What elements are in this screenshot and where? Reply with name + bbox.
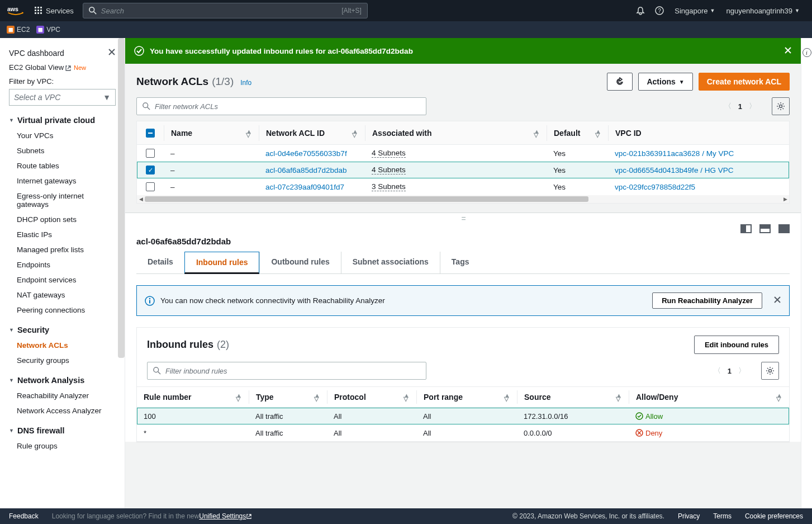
rcol-src[interactable]: Source▲▽ — [517, 390, 629, 404]
rcol-num[interactable]: Rule number▲▽ — [137, 390, 249, 404]
grid-icon — [35, 7, 42, 15]
help-button[interactable]: ? — [650, 6, 669, 15]
region-selector[interactable]: Singapore▼ — [669, 7, 720, 15]
run-reachability-button[interactable]: Run Reachability Analyzer — [652, 292, 762, 309]
sub-nav-vpc[interactable]: ▦VPC — [36, 26, 60, 34]
sidebar-section-na[interactable]: Network Analysis — [9, 376, 116, 385]
services-menu[interactable]: Services — [35, 7, 74, 15]
sub-nav-ec2[interactable]: ▦EC2 — [7, 26, 30, 34]
view-mode-3[interactable] — [778, 224, 790, 233]
col-name[interactable]: Name▲▽ — [164, 125, 259, 141]
sidebar-nat[interactable]: NAT gateways — [9, 287, 116, 303]
sidebar-close[interactable] — [108, 48, 116, 58]
col-vpc[interactable]: VPC ID — [608, 125, 789, 141]
tab-inbound[interactable]: Inbound rules — [184, 252, 260, 274]
pager-next[interactable]: 〉 — [747, 101, 758, 111]
sidebar-endpoint-svc[interactable]: Endpoint services — [9, 272, 116, 287]
svg-text:aws: aws — [7, 6, 18, 12]
pager-prev[interactable]: 〈 — [722, 101, 734, 111]
sidebar-rule-groups[interactable]: Rule groups — [9, 438, 116, 454]
sidebar-section-security[interactable]: Security — [9, 325, 116, 334]
sidebar-eigw[interactable]: Egress-only internet gateways — [9, 188, 116, 212]
row-checkbox[interactable] — [146, 149, 155, 158]
svg-rect-2 — [37, 7, 39, 8]
sidebar-route-tables[interactable]: Route tables — [9, 158, 116, 173]
rules-pager-next[interactable]: 〉 — [736, 366, 748, 376]
rcol-type[interactable]: Type▲▽ — [249, 390, 327, 404]
col-default[interactable]: Default▲▽ — [547, 125, 608, 141]
sidebar-scrollbar[interactable] — [118, 38, 125, 358]
sidebar-reach[interactable]: Reachability Analyzer — [9, 388, 116, 403]
sidebar-ec2-global[interactable]: EC2 Global View — [9, 63, 64, 72]
rule-row: 100 All traffic All All 172.31.0.0/16 Al… — [137, 408, 789, 424]
sidebar-section-vpc[interactable]: Virtual private cloud — [9, 116, 116, 125]
sidebar-subnets[interactable]: Subnets — [9, 143, 116, 158]
col-assoc[interactable]: Associated with▲▽ — [365, 125, 547, 141]
actions-button[interactable]: Actions▼ — [638, 73, 692, 91]
vpc-link[interactable]: vpc-029fcc978858d22f5 — [615, 183, 695, 191]
edit-inbound-button[interactable]: Edit inbound rules — [694, 336, 779, 354]
filter-input[interactable]: Filter network ACLs — [136, 97, 426, 115]
rules-settings[interactable] — [761, 362, 779, 380]
table-row[interactable]: ✓ – acl-06af6a85dd7d2bdab 4 Subnets Yes … — [137, 162, 789, 178]
sidebar-naa[interactable]: Network Access Analyzer — [9, 403, 116, 418]
svg-line-11 — [94, 12, 96, 14]
rcol-port[interactable]: Port range▲▽ — [416, 390, 517, 404]
nacl-link[interactable]: acl-0d4e6e70556033b7f — [265, 149, 347, 158]
info-close[interactable] — [773, 296, 781, 305]
sidebar-sg[interactable]: Security groups — [9, 353, 116, 368]
tab-tags[interactable]: Tags — [440, 252, 481, 273]
create-nacl-button[interactable]: Create network ACL — [699, 73, 790, 91]
vpc-link[interactable]: vpc-0d66554d0413b49fe / HG VPC — [615, 166, 733, 174]
row-checkbox[interactable]: ✓ — [146, 166, 155, 174]
col-id[interactable]: Network ACL ID▲▽ — [259, 125, 365, 141]
sub-nav: ▦EC2 ▦VPC — [0, 21, 812, 38]
split-handle[interactable] — [125, 213, 801, 224]
h-scrollbar[interactable]: ◀▶ — [137, 195, 789, 203]
banner-close[interactable] — [784, 46, 792, 56]
vpc-link[interactable]: vpc-021b363911aca3628 / My VPC — [615, 149, 734, 158]
svg-point-21 — [780, 105, 782, 108]
sidebar-eip[interactable]: Elastic IPs — [9, 227, 116, 242]
rcol-proto[interactable]: Protocol▲▽ — [327, 390, 416, 404]
sidebar-igw[interactable]: Internet gateways — [9, 173, 116, 188]
pager: 〈 1 〉 — [722, 101, 758, 111]
view-mode-1[interactable] — [740, 224, 752, 233]
search-icon — [143, 102, 150, 110]
rcol-ad[interactable]: Allow/Deny▲▽ — [629, 390, 789, 404]
nacl-link[interactable]: acl-07c239aaf09401fd7 — [265, 183, 344, 191]
right-panel-toggle[interactable]: i — [801, 38, 812, 508]
table-row[interactable]: – acl-07c239aaf09401fd7 3 Subnets Yes vp… — [137, 178, 789, 195]
nacl-link[interactable]: acl-06af6a85dd7d2bdab — [265, 166, 347, 174]
sidebar-your-vpcs[interactable]: Your VPCs — [9, 128, 116, 143]
sidebar-dashboard[interactable]: VPC dashboard — [9, 49, 64, 58]
sidebar-nacl[interactable]: Network ACLs — [9, 338, 116, 353]
allow-badge: Allow — [635, 412, 782, 421]
select-all-checkbox[interactable] — [146, 129, 155, 138]
rules-filter-input[interactable]: Filter inbound rules — [147, 362, 426, 380]
svg-point-19 — [143, 103, 148, 108]
sidebar-endpoints[interactable]: Endpoints — [9, 257, 116, 272]
notifications-button[interactable] — [631, 6, 650, 15]
aws-logo[interactable]: aws — [7, 6, 25, 16]
sidebar: VPC dashboard EC2 Global ViewNew Filter … — [0, 38, 125, 508]
table-row[interactable]: – acl-0d4e6e70556033b7f 4 Subnets Yes vp… — [137, 145, 789, 162]
tab-subnets[interactable]: Subnet associations — [341, 252, 440, 273]
sidebar-prefix[interactable]: Managed prefix lists — [9, 242, 116, 257]
account-menu[interactable]: nguyenhoangtrinh39▼ — [721, 7, 805, 15]
svg-rect-1 — [35, 7, 36, 8]
view-mode-2[interactable] — [759, 224, 771, 233]
sidebar-peering[interactable]: Peering connections — [9, 303, 116, 318]
rules-pager-prev[interactable]: 〈 — [711, 366, 723, 376]
row-checkbox[interactable] — [146, 182, 155, 191]
tab-details[interactable]: Details — [136, 252, 184, 273]
success-banner: You have successfully updated inbound ru… — [125, 38, 801, 64]
sidebar-section-dns[interactable]: DNS firewall — [9, 426, 116, 435]
sidebar-dhcp[interactable]: DHCP option sets — [9, 212, 116, 227]
info-link[interactable]: Info — [240, 79, 251, 87]
search-input[interactable]: Search [Alt+S] — [83, 3, 368, 18]
refresh-button[interactable] — [607, 73, 633, 91]
tab-outbound[interactable]: Outbound rules — [259, 252, 340, 273]
filter-vpc-select[interactable]: Select a VPC▼ — [9, 89, 116, 106]
table-settings[interactable] — [772, 97, 790, 115]
